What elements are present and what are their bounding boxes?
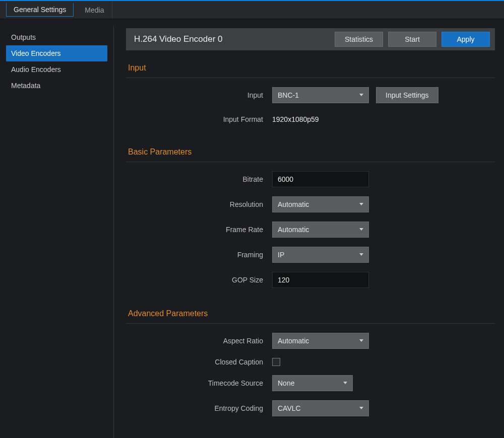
row-aspect-ratio: Aspect Ratio Automatic <box>126 333 495 349</box>
sidebar-item-label: Metadata <box>11 82 40 90</box>
sidebar: Outputs Video Encoders Audio Encoders Me… <box>0 19 113 438</box>
sidebar-item-label: Outputs <box>11 33 36 41</box>
sidebar-item-label: Audio Encoders <box>11 65 61 74</box>
label-input: Input <box>126 91 272 99</box>
closed-caption-checkbox[interactable] <box>272 358 280 366</box>
control-framing: IP <box>272 247 369 263</box>
select-value: IP <box>278 251 284 259</box>
sidebar-item-video-encoders[interactable]: Video Encoders <box>6 45 107 61</box>
framing-select[interactable]: IP <box>272 247 369 263</box>
resolution-select[interactable]: Automatic <box>272 196 369 212</box>
section-title-advanced: Advanced Parameters <box>126 309 495 324</box>
caret-down-icon <box>359 253 363 256</box>
control-frame-rate: Automatic <box>272 222 369 238</box>
sidebar-item-metadata[interactable]: Metadata <box>6 78 107 94</box>
tab-label: General Settings <box>14 6 66 14</box>
control-closed-caption <box>272 358 280 366</box>
control-input: BNC-1 Input Settings <box>272 87 438 103</box>
control-entropy-coding: CAVLC <box>272 400 369 416</box>
select-value: None <box>278 379 294 387</box>
tab-general-settings[interactable]: General Settings <box>6 3 74 17</box>
sidebar-item-label: Video Encoders <box>11 49 61 57</box>
entropy-coding-select[interactable]: CAVLC <box>272 400 369 416</box>
control-gop-size <box>272 272 369 288</box>
bitrate-input[interactable] <box>272 171 369 187</box>
caret-down-icon <box>359 228 363 231</box>
select-value: CAVLC <box>278 404 301 412</box>
row-timecode-source: Timecode Source None <box>126 375 495 391</box>
button-label: Input Settings <box>386 91 429 99</box>
label-timecode-source: Timecode Source <box>126 379 272 387</box>
main-panel: H.264 Video Encoder 0 Statistics Start A… <box>114 19 504 438</box>
control-input-format: 1920x1080p59 <box>272 112 319 126</box>
section-title-input: Input <box>126 63 495 78</box>
row-resolution: Resolution Automatic <box>126 196 495 212</box>
label-gop-size: GOP Size <box>126 276 272 284</box>
timecode-source-select[interactable]: None <box>272 375 353 391</box>
row-entropy-coding: Entropy Coding CAVLC <box>126 400 495 416</box>
label-entropy-coding: Entropy Coding <box>126 404 272 412</box>
page-title: H.264 Video Encoder 0 <box>134 34 330 44</box>
row-input-format: Input Format 1920x1080p59 <box>126 112 495 126</box>
statistics-button[interactable]: Statistics <box>335 32 383 47</box>
label-framing: Framing <box>126 251 272 259</box>
button-label: Statistics <box>345 35 373 43</box>
row-framing: Framing IP <box>126 247 495 263</box>
topbar: General Settings Media <box>0 0 504 19</box>
label-frame-rate: Frame Rate <box>126 226 272 234</box>
select-value: Automatic <box>278 200 309 208</box>
select-value: Automatic <box>278 337 309 345</box>
tab-label: Media <box>85 6 104 14</box>
control-resolution: Automatic <box>272 196 369 212</box>
row-gop-size: GOP Size <box>126 272 495 288</box>
control-bitrate <box>272 171 369 187</box>
control-aspect-ratio: Automatic <box>272 333 369 349</box>
row-frame-rate: Frame Rate Automatic <box>126 222 495 238</box>
label-input-format: Input Format <box>126 115 272 123</box>
row-input: Input BNC-1 Input Settings <box>126 87 495 103</box>
start-button[interactable]: Start <box>388 32 436 47</box>
caret-down-icon <box>359 203 363 206</box>
sidebar-item-outputs[interactable]: Outputs <box>6 29 107 45</box>
caret-down-icon <box>359 407 363 410</box>
caret-down-icon <box>343 382 347 385</box>
label-closed-caption: Closed Caption <box>126 358 272 366</box>
label-aspect-ratio: Aspect Ratio <box>126 337 272 345</box>
gop-size-input[interactable] <box>272 272 369 288</box>
sidebar-item-audio-encoders[interactable]: Audio Encoders <box>6 61 107 78</box>
input-select[interactable]: BNC-1 <box>272 87 369 103</box>
section-title-basic: Basic Parameters <box>126 148 495 162</box>
caret-down-icon <box>359 339 363 342</box>
button-label: Apply <box>457 35 474 43</box>
button-label: Start <box>405 35 420 43</box>
frame-rate-select[interactable]: Automatic <box>272 222 369 238</box>
input-format-value: 1920x1080p59 <box>272 112 319 126</box>
aspect-ratio-select[interactable]: Automatic <box>272 333 369 349</box>
tab-media[interactable]: Media <box>77 1 112 19</box>
control-timecode-source: None <box>272 375 353 391</box>
caret-down-icon <box>359 94 363 97</box>
select-value: Automatic <box>278 226 309 234</box>
label-bitrate: Bitrate <box>126 175 272 183</box>
label-resolution: Resolution <box>126 200 272 208</box>
row-closed-caption: Closed Caption <box>126 358 495 366</box>
apply-button[interactable]: Apply <box>442 32 490 47</box>
row-bitrate: Bitrate <box>126 171 495 187</box>
header-bar: H.264 Video Encoder 0 Statistics Start A… <box>126 28 495 50</box>
input-settings-button[interactable]: Input Settings <box>376 87 438 103</box>
layout: Outputs Video Encoders Audio Encoders Me… <box>0 19 504 438</box>
select-value: BNC-1 <box>278 91 299 99</box>
